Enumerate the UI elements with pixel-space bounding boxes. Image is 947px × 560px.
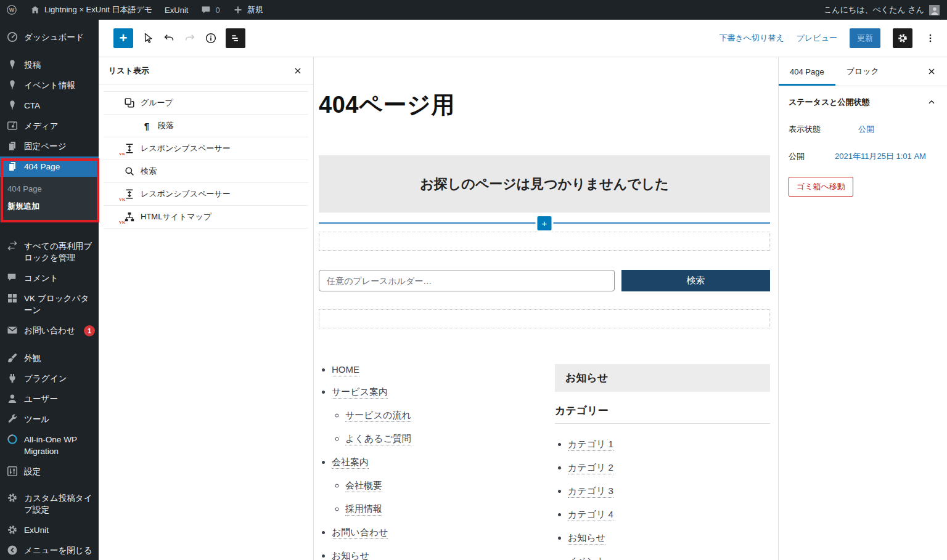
sitemap-link[interactable]: お知らせ	[332, 550, 369, 560]
category-link[interactable]: イベント	[568, 556, 605, 560]
search-input[interactable]	[319, 270, 615, 291]
sidebar-item-すべての再利用ブロックを管理[interactable]: すべての再利用ブロックを管理	[0, 236, 99, 268]
sitemap-link[interactable]: 会社概要	[345, 480, 382, 492]
list-view-item[interactable]: VKHTMLサイトマップ	[104, 206, 308, 229]
settings-gear-button[interactable]	[893, 28, 912, 48]
sitemap-link[interactable]: サービスの流れ	[345, 410, 411, 422]
publish-date-link[interactable]: 2021年11月25日 1:01 AM	[835, 151, 926, 162]
sidebar-item-固定ページ[interactable]: 固定ページ	[0, 136, 99, 156]
sidebar-item-ダッシュボード[interactable]: ダッシュボード	[0, 27, 99, 47]
list-view-toggle-button[interactable]	[226, 28, 245, 48]
sidebar-item-プラグイン[interactable]: プラグイン	[0, 368, 99, 389]
sidebar-item-exunit[interactable]: ExUnit	[0, 520, 99, 540]
category-link[interactable]: カテゴリ 4	[568, 509, 613, 521]
tab-page[interactable]: 404 Page	[779, 57, 835, 86]
sidebar-item-外観[interactable]: 外観	[0, 348, 99, 368]
comments-menu[interactable]: 0	[194, 0, 226, 20]
category-link[interactable]: カテゴリ 2	[568, 462, 613, 474]
plus-icon	[232, 4, 244, 15]
switch-to-draft-link[interactable]: 下書きへ切り替え	[719, 33, 784, 44]
sidebar-item-cta[interactable]: CTA	[0, 95, 99, 116]
search-icon	[123, 165, 136, 177]
sitemap-link[interactable]: HOME	[332, 364, 359, 376]
not-found-notice-block[interactable]: お探しのページは見つかりませんでした	[319, 155, 770, 213]
comment-icon	[6, 272, 18, 283]
site-name-link[interactable]: Lightning × ExUnit 日本語デモ	[23, 0, 158, 20]
category-item: カテゴリ 4	[568, 509, 770, 521]
sitemap-subitem: 会社概要	[345, 480, 555, 492]
new-content-menu[interactable]: 新規	[226, 0, 269, 20]
publish-label: 公開	[789, 151, 835, 162]
sitemap-link[interactable]: お問い合わせ	[332, 527, 388, 539]
sidebar-item-コメント[interactable]: コメント	[0, 268, 99, 288]
category-item: カテゴリ 3	[568, 485, 770, 497]
spacer-block[interactable]	[319, 309, 770, 328]
tab-block[interactable]: ブロック	[835, 57, 890, 86]
grid-icon	[6, 292, 18, 304]
category-link[interactable]: お知らせ	[568, 532, 605, 545]
close-icon[interactable]	[292, 65, 303, 76]
sidebar-item-vk-ブロックパターン[interactable]: VK ブロックパターン	[0, 288, 99, 320]
user-greeting[interactable]: こんにちは、ぺくたん さん	[824, 4, 924, 15]
sidebar-item-ユーザー[interactable]: ユーザー	[0, 389, 99, 409]
add-block-button[interactable]: +	[538, 216, 552, 230]
sitemap-link[interactable]: よくあるご質問	[345, 433, 411, 445]
move-to-trash-button[interactable]: ゴミ箱へ移動	[789, 177, 853, 197]
block-label: 検索	[141, 166, 157, 177]
comment-count: 0	[215, 6, 219, 15]
status-panel-header[interactable]: ステータスと公開状態	[789, 97, 937, 108]
close-icon[interactable]	[926, 57, 947, 86]
dashboard-icon	[6, 31, 18, 43]
search-button[interactable]: 検索	[621, 270, 770, 291]
category-link[interactable]: カテゴリ 1	[568, 439, 613, 451]
sidebar-item-投稿[interactable]: 投稿	[0, 55, 99, 75]
spacer-icon: VK	[123, 188, 136, 200]
sidebar-item-設定[interactable]: 設定	[0, 461, 99, 482]
wordpress-logo-icon[interactable]: W	[0, 0, 23, 20]
spacer-icon: VK	[123, 142, 136, 155]
visibility-value-link[interactable]: 公開	[858, 124, 874, 135]
sitemap-icon: VK	[123, 211, 136, 223]
sitemap-link[interactable]: 採用情報	[345, 503, 382, 516]
sitemap-link[interactable]: 会社案内	[332, 457, 369, 469]
exunit-menu[interactable]: ExUnit	[158, 0, 194, 20]
pin-icon	[6, 59, 18, 71]
mail-icon	[6, 324, 18, 336]
submenu: 404 Page新規追加	[0, 177, 99, 222]
sidebar-item-ツール[interactable]: ツール	[0, 409, 99, 429]
list-view-item[interactable]: VKレスポンシブスペーサー	[104, 183, 308, 206]
sidebar-item-メニューを閉じる[interactable]: メニューを閉じる	[0, 540, 99, 560]
admin-sidebar-menu: ダッシュボード投稿イベント情報CTAメディア固定ページ404 Page404 P…	[0, 20, 99, 560]
details-info-icon[interactable]	[205, 32, 217, 44]
block-label: レスポンシブスペーサー	[141, 143, 231, 154]
sidebar-item-404-page[interactable]: 404 Page	[0, 156, 99, 177]
update-button[interactable]: 更新	[850, 28, 880, 48]
undo-icon[interactable]	[163, 32, 175, 44]
submenu-item-404-page[interactable]: 404 Page	[0, 181, 99, 198]
sitemap-link[interactable]: サービス案内	[332, 386, 388, 399]
editor-header: + 下書きへ切り替え プレビュー 更新	[99, 20, 947, 57]
block-inserter-button[interactable]: +	[113, 28, 133, 48]
options-kebab-icon[interactable]	[925, 33, 936, 44]
sidebar-item-カスタム投稿タイプ設定[interactable]: カスタム投稿タイプ設定	[0, 488, 99, 520]
vk-badge-icon: VK	[119, 197, 126, 202]
list-view-item[interactable]: VKレスポンシブスペーサー	[104, 137, 308, 160]
sidebar-item-イベント情報[interactable]: イベント情報	[0, 75, 99, 95]
category-item: お知らせ	[568, 532, 770, 544]
sidebar-item-お問い合わせ[interactable]: お問い合わせ1	[0, 320, 99, 341]
avatar[interactable]	[929, 5, 940, 15]
widget-title: お知らせ	[555, 364, 770, 392]
list-view-item[interactable]: グループ	[104, 92, 308, 115]
sitemap-item: お知らせ	[332, 550, 555, 560]
page-title[interactable]: 404ページ用	[319, 89, 770, 121]
sidebar-item-all-in-one-wp-migration[interactable]: All-in-One WP Migration	[0, 429, 99, 461]
submenu-item-新規追加[interactable]: 新規追加	[0, 198, 99, 215]
sidebar-item-メディア[interactable]: メディア	[0, 116, 99, 136]
list-view-item[interactable]: 検索	[104, 160, 308, 183]
select-tool-icon[interactable]	[142, 32, 154, 44]
spacer-block[interactable]	[319, 232, 770, 251]
list-view-item[interactable]: ¶段落	[104, 115, 308, 137]
preview-link[interactable]: プレビュー	[797, 33, 837, 44]
category-link[interactable]: カテゴリ 3	[568, 485, 613, 498]
admin-bar: W Lightning × ExUnit 日本語デモ ExUnit 0 新規 こ…	[0, 0, 947, 20]
